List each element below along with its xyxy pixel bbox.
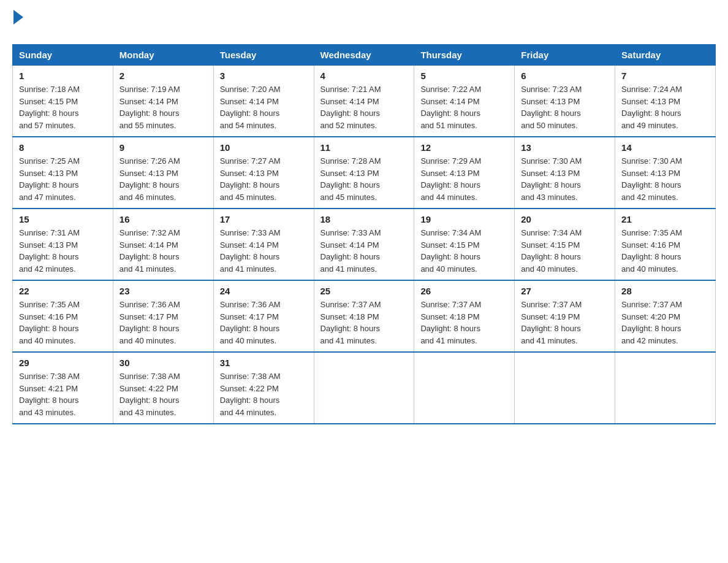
day-number: 3: [220, 71, 308, 81]
calendar-cell: 12 Sunrise: 7:29 AM Sunset: 4:13 PM Dayl…: [414, 137, 515, 209]
day-info: Sunrise: 7:29 AM Sunset: 4:13 PM Dayligh…: [420, 155, 508, 203]
day-number: 24: [220, 286, 308, 296]
calendar-cell: 9 Sunrise: 7:26 AM Sunset: 4:13 PM Dayli…: [113, 137, 213, 209]
day-number: 22: [19, 286, 107, 296]
day-info: Sunrise: 7:18 AM Sunset: 4:15 PM Dayligh…: [19, 83, 107, 131]
day-info: Sunrise: 7:37 AM Sunset: 4:20 PM Dayligh…: [621, 299, 709, 347]
calendar-cell: 22 Sunrise: 7:35 AM Sunset: 4:16 PM Dayl…: [13, 280, 113, 352]
calendar-cell: 18 Sunrise: 7:33 AM Sunset: 4:14 PM Dayl…: [314, 209, 414, 280]
day-number: 11: [320, 142, 408, 153]
column-header-saturday: Saturday: [615, 45, 716, 66]
calendar-cell: 4 Sunrise: 7:21 AM Sunset: 4:14 PM Dayli…: [314, 66, 414, 137]
logo: [12, 12, 23, 34]
calendar-cell: 13 Sunrise: 7:30 AM Sunset: 4:13 PM Dayl…: [515, 137, 615, 209]
day-info: Sunrise: 7:20 AM Sunset: 4:14 PM Dayligh…: [220, 83, 308, 131]
logo-triangle-icon: [13, 10, 23, 25]
calendar-cell: 24 Sunrise: 7:36 AM Sunset: 4:17 PM Dayl…: [213, 280, 314, 352]
calendar-cell: [615, 352, 716, 424]
day-info: Sunrise: 7:35 AM Sunset: 4:16 PM Dayligh…: [621, 227, 709, 275]
calendar-cell: 15 Sunrise: 7:31 AM Sunset: 4:13 PM Dayl…: [13, 209, 113, 280]
day-info: Sunrise: 7:37 AM Sunset: 4:18 PM Dayligh…: [320, 299, 408, 347]
day-info: Sunrise: 7:34 AM Sunset: 4:15 PM Dayligh…: [420, 227, 508, 275]
day-info: Sunrise: 7:33 AM Sunset: 4:14 PM Dayligh…: [320, 227, 408, 275]
day-number: 20: [521, 214, 609, 224]
day-info: Sunrise: 7:36 AM Sunset: 4:17 PM Dayligh…: [119, 299, 207, 347]
day-info: Sunrise: 7:36 AM Sunset: 4:17 PM Dayligh…: [220, 299, 308, 347]
column-header-wednesday: Wednesday: [314, 45, 414, 66]
column-header-thursday: Thursday: [414, 45, 515, 66]
calendar-cell: 29 Sunrise: 7:38 AM Sunset: 4:21 PM Dayl…: [13, 352, 113, 424]
calendar-cell: 5 Sunrise: 7:22 AM Sunset: 4:14 PM Dayli…: [414, 66, 515, 137]
column-header-tuesday: Tuesday: [213, 45, 314, 66]
calendar-cell: [314, 352, 414, 424]
calendar-cell: 25 Sunrise: 7:37 AM Sunset: 4:18 PM Dayl…: [314, 280, 414, 352]
day-number: 15: [19, 214, 107, 224]
day-number: 21: [621, 214, 709, 224]
calendar-cell: 23 Sunrise: 7:36 AM Sunset: 4:17 PM Dayl…: [113, 280, 213, 352]
day-number: 19: [420, 214, 508, 224]
day-info: Sunrise: 7:24 AM Sunset: 4:13 PM Dayligh…: [621, 83, 709, 131]
day-info: Sunrise: 7:25 AM Sunset: 4:13 PM Dayligh…: [19, 155, 107, 203]
day-number: 28: [621, 286, 709, 296]
page-header: [12, 12, 716, 34]
calendar-cell: [515, 352, 615, 424]
day-number: 4: [320, 71, 408, 81]
calendar-cell: 16 Sunrise: 7:32 AM Sunset: 4:14 PM Dayl…: [113, 209, 213, 280]
calendar-cell: 20 Sunrise: 7:34 AM Sunset: 4:15 PM Dayl…: [515, 209, 615, 280]
column-header-monday: Monday: [113, 45, 213, 66]
calendar-cell: 30 Sunrise: 7:38 AM Sunset: 4:22 PM Dayl…: [113, 352, 213, 424]
day-number: 14: [621, 142, 709, 153]
day-number: 12: [420, 142, 508, 153]
day-info: Sunrise: 7:37 AM Sunset: 4:18 PM Dayligh…: [420, 299, 508, 347]
day-number: 9: [119, 142, 207, 153]
column-header-sunday: Sunday: [13, 45, 113, 66]
day-number: 2: [119, 71, 207, 81]
day-number: 5: [420, 71, 508, 81]
column-header-friday: Friday: [515, 45, 615, 66]
day-info: Sunrise: 7:30 AM Sunset: 4:13 PM Dayligh…: [521, 155, 609, 203]
calendar-week-row: 15 Sunrise: 7:31 AM Sunset: 4:13 PM Dayl…: [13, 209, 716, 280]
calendar-week-row: 29 Sunrise: 7:38 AM Sunset: 4:21 PM Dayl…: [13, 352, 716, 424]
calendar-cell: 17 Sunrise: 7:33 AM Sunset: 4:14 PM Dayl…: [213, 209, 314, 280]
day-info: Sunrise: 7:30 AM Sunset: 4:13 PM Dayligh…: [621, 155, 709, 203]
calendar-cell: 21 Sunrise: 7:35 AM Sunset: 4:16 PM Dayl…: [615, 209, 716, 280]
day-number: 17: [220, 214, 308, 224]
calendar-week-row: 1 Sunrise: 7:18 AM Sunset: 4:15 PM Dayli…: [13, 66, 716, 137]
calendar-cell: 8 Sunrise: 7:25 AM Sunset: 4:13 PM Dayli…: [13, 137, 113, 209]
calendar-cell: 6 Sunrise: 7:23 AM Sunset: 4:13 PM Dayli…: [515, 66, 615, 137]
day-number: 1: [19, 71, 107, 81]
day-info: Sunrise: 7:19 AM Sunset: 4:14 PM Dayligh…: [119, 83, 207, 131]
day-number: 27: [521, 286, 609, 296]
day-info: Sunrise: 7:27 AM Sunset: 4:13 PM Dayligh…: [220, 155, 308, 203]
day-number: 29: [19, 358, 107, 368]
day-info: Sunrise: 7:34 AM Sunset: 4:15 PM Dayligh…: [521, 227, 609, 275]
calendar-cell: 28 Sunrise: 7:37 AM Sunset: 4:20 PM Dayl…: [615, 280, 716, 352]
day-number: 8: [19, 142, 107, 153]
day-info: Sunrise: 7:35 AM Sunset: 4:16 PM Dayligh…: [19, 299, 107, 347]
day-number: 16: [119, 214, 207, 224]
calendar-week-row: 8 Sunrise: 7:25 AM Sunset: 4:13 PM Dayli…: [13, 137, 716, 209]
calendar-cell: 19 Sunrise: 7:34 AM Sunset: 4:15 PM Dayl…: [414, 209, 515, 280]
calendar-header-row: SundayMondayTuesdayWednesdayThursdayFrid…: [13, 45, 716, 66]
calendar-cell: 14 Sunrise: 7:30 AM Sunset: 4:13 PM Dayl…: [615, 137, 716, 209]
day-info: Sunrise: 7:28 AM Sunset: 4:13 PM Dayligh…: [320, 155, 408, 203]
day-info: Sunrise: 7:33 AM Sunset: 4:14 PM Dayligh…: [220, 227, 308, 275]
calendar-cell: 3 Sunrise: 7:20 AM Sunset: 4:14 PM Dayli…: [213, 66, 314, 137]
day-number: 23: [119, 286, 207, 296]
calendar-cell: 27 Sunrise: 7:37 AM Sunset: 4:19 PM Dayl…: [515, 280, 615, 352]
day-number: 18: [320, 214, 408, 224]
calendar-table: SundayMondayTuesdayWednesdayThursdayFrid…: [12, 44, 716, 424]
calendar-cell: 11 Sunrise: 7:28 AM Sunset: 4:13 PM Dayl…: [314, 137, 414, 209]
calendar-cell: 10 Sunrise: 7:27 AM Sunset: 4:13 PM Dayl…: [213, 137, 314, 209]
day-info: Sunrise: 7:37 AM Sunset: 4:19 PM Dayligh…: [521, 299, 609, 347]
day-number: 10: [220, 142, 308, 153]
day-info: Sunrise: 7:38 AM Sunset: 4:22 PM Dayligh…: [220, 370, 308, 418]
calendar-cell: 2 Sunrise: 7:19 AM Sunset: 4:14 PM Dayli…: [113, 66, 213, 137]
day-number: 30: [119, 358, 207, 368]
day-info: Sunrise: 7:38 AM Sunset: 4:22 PM Dayligh…: [119, 370, 207, 418]
calendar-cell: 31 Sunrise: 7:38 AM Sunset: 4:22 PM Dayl…: [213, 352, 314, 424]
day-info: Sunrise: 7:23 AM Sunset: 4:13 PM Dayligh…: [521, 83, 609, 131]
day-number: 25: [320, 286, 408, 296]
day-number: 26: [420, 286, 508, 296]
day-number: 6: [521, 71, 609, 81]
